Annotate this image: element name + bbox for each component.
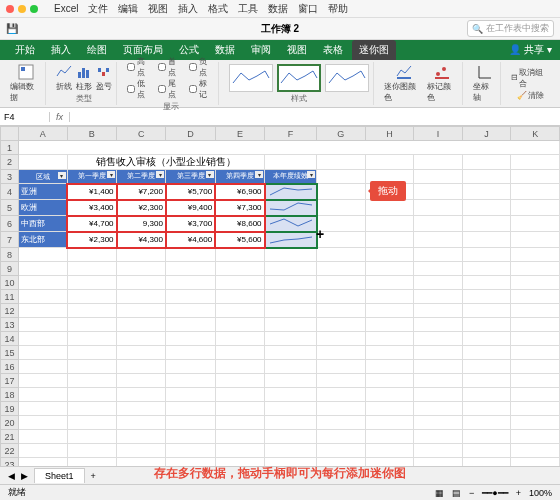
zoom-level[interactable]: 100% (529, 488, 552, 498)
menu-data[interactable]: 数据 (268, 2, 288, 16)
type-column[interactable]: 柱形 (76, 64, 92, 92)
svg-rect-5 (98, 68, 101, 72)
tab-draw[interactable]: 绘图 (80, 40, 114, 60)
svg-rect-7 (106, 68, 109, 72)
group-type: 折线 柱形 盈亏 类型 (52, 62, 117, 105)
search-icon: 🔍 (472, 24, 483, 34)
table-title: 销售收入审核（小型企业销售） (67, 155, 264, 170)
type-winloss[interactable]: 盈亏 (96, 64, 112, 92)
group-style: 样式 (225, 62, 374, 105)
ungroup-button[interactable]: ⊟取消组合 (511, 67, 550, 89)
group-edit-data: 编辑数据 (6, 62, 46, 105)
style-preview-3[interactable] (325, 64, 369, 92)
clear-button[interactable]: 🧹清除 (517, 90, 544, 101)
window-title: 工作簿 2 (261, 22, 299, 36)
fill-handle-cursor[interactable]: + (316, 226, 324, 242)
svg-rect-3 (82, 68, 85, 78)
group-show: 高点 首点 负点 低点 尾点 标记 显示 (123, 62, 219, 105)
view-normal-icon[interactable]: ▦ (435, 488, 444, 498)
menu-format[interactable]: 格式 (208, 2, 228, 16)
tab-insert[interactable]: 插入 (44, 40, 78, 60)
style-preview-1[interactable] (229, 64, 273, 92)
svg-point-9 (436, 72, 440, 76)
sparkline-cell[interactable] (265, 200, 317, 216)
menu-file[interactable]: 文件 (88, 2, 108, 16)
check-low[interactable]: 低点 (127, 78, 152, 100)
view-layout-icon[interactable]: ▤ (452, 488, 461, 498)
axis-button[interactable]: 坐标轴 (473, 64, 496, 103)
style-preview-2[interactable] (277, 64, 321, 92)
save-icon[interactable]: 💾 (6, 23, 18, 34)
menu-insert[interactable]: 插入 (178, 2, 198, 16)
nav-next[interactable]: ▶ (21, 471, 28, 481)
check-marker[interactable]: 标记 (189, 78, 214, 100)
table-header-row: 3 区域 第一季度 第二季度 第三季度 第四季度 本年度绩效 (1, 170, 560, 184)
spreadsheet-grid[interactable]: ABCDEFGHIJK 1 2销售收入审核（小型企业销售） 3 区域 第一季度 … (0, 126, 560, 480)
formula-bar: F4 fx (0, 108, 560, 126)
tab-table[interactable]: 表格 (316, 40, 350, 60)
menu-tools[interactable]: 工具 (238, 2, 258, 16)
tab-view[interactable]: 视图 (280, 40, 314, 60)
group-colors: 迷你图颜色 标记颜色 (380, 62, 463, 105)
marker-color-button[interactable]: 标记颜色 (427, 64, 458, 103)
mac-menu-bar: Excel 文件 编辑 视图 插入 格式 工具 数据 窗口 帮助 (0, 0, 560, 18)
zoom-out[interactable]: − (469, 488, 474, 498)
nav-prev[interactable]: ◀ (8, 471, 15, 481)
column-headers[interactable]: ABCDEFGHIJK (1, 127, 560, 141)
svg-rect-2 (78, 72, 81, 78)
ribbon-tabs: 开始 插入 绘图 页面布局 公式 数据 审阅 视图 表格 迷你图 👤 共享 ▾ (0, 40, 560, 60)
type-line[interactable]: 折线 (56, 64, 72, 92)
min-dot[interactable] (18, 5, 26, 13)
close-dot[interactable] (6, 5, 14, 13)
menu-view[interactable]: 视图 (148, 2, 168, 16)
svg-rect-1 (21, 67, 25, 71)
drag-callout: 拖动 (370, 181, 406, 201)
svg-rect-11 (435, 77, 449, 79)
svg-rect-6 (102, 72, 105, 76)
tab-home[interactable]: 开始 (8, 40, 42, 60)
group-axis: 坐标轴 (469, 62, 501, 105)
check-high[interactable]: 高点 (127, 56, 152, 78)
search-input[interactable]: 🔍 在工作表中搜索 (467, 20, 554, 37)
ribbon-content: 编辑数据 折线 柱形 盈亏 类型 高点 首点 负点 低点 尾点 标记 显示 样式… (0, 60, 560, 108)
sheet-tab[interactable]: Sheet1 (34, 468, 85, 483)
zoom-in[interactable]: + (516, 488, 521, 498)
menu-help[interactable]: 帮助 (328, 2, 348, 16)
svg-rect-4 (86, 70, 89, 78)
menu-window[interactable]: 窗口 (298, 2, 318, 16)
sparkline-cell[interactable] (265, 216, 317, 232)
fx-icon[interactable]: fx (50, 112, 70, 122)
svg-rect-8 (397, 77, 411, 79)
name-box[interactable]: F4 (0, 112, 50, 122)
check-neg[interactable]: 负点 (189, 56, 214, 78)
status-bar: 就绪 ▦ ▤ − ━━●━━ + 100% (0, 484, 560, 500)
table-row: 6 中西部 ¥4,700 9,300 ¥3,700 ¥8,600 (1, 216, 560, 232)
group-clear: ⊟取消组合 🧹清除 (507, 62, 554, 105)
share-button[interactable]: 👤 共享 ▾ (509, 43, 552, 57)
table-row: 7 东北部 ¥2,300 ¥4,300 ¥4,600 ¥5,600 (1, 232, 560, 248)
title-bar: 💾 工作簿 2 🔍 在工作表中搜索 (0, 18, 560, 40)
tab-sparkline[interactable]: 迷你图 (352, 40, 396, 60)
check-last[interactable]: 尾点 (158, 78, 183, 100)
menu-edit[interactable]: 编辑 (118, 2, 138, 16)
edit-data-button[interactable]: 编辑数据 (10, 64, 41, 103)
sparkline-cell[interactable] (265, 184, 317, 200)
check-first[interactable]: 首点 (158, 56, 183, 78)
max-dot[interactable] (30, 5, 38, 13)
table-row: 4 亚洲 ¥1,400 ¥7,200 ¥5,700 ¥6,900 (1, 184, 560, 200)
window-controls[interactable] (6, 5, 38, 13)
status-text: 就绪 (8, 486, 26, 499)
sparkline-cell[interactable] (265, 232, 317, 248)
svg-point-10 (442, 67, 446, 71)
instruction-text: 存在多行数据，拖动手柄即可为每行添加迷你图 (154, 465, 406, 482)
spark-color-button[interactable]: 迷你图颜色 (384, 64, 423, 103)
tab-review[interactable]: 审阅 (244, 40, 278, 60)
add-sheet-button[interactable]: + (91, 471, 96, 481)
menu-excel[interactable]: Excel (54, 3, 78, 14)
table-row: 5 欧洲 ¥3,400 ¥2,300 ¥9,400 ¥7,300 (1, 200, 560, 216)
